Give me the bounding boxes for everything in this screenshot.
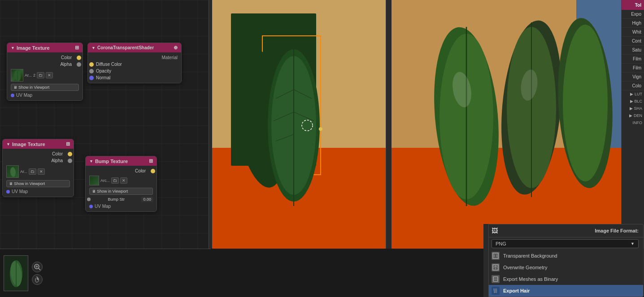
panel-left-edge <box>483 224 489 297</box>
node-bump-str-row: Bump Str 0.00 <box>89 196 153 203</box>
node-image-texture-1[interactable]: ▼ Image Texture ⊞ Color Alpha Ar... <box>7 43 83 101</box>
node-close-btn-1[interactable]: ✕ <box>46 72 53 78</box>
node-header-corona: ▼ CoronaTransparentShader ⊕ <box>88 43 181 52</box>
node-collapse-1[interactable]: ▼ <box>11 46 15 50</box>
node-corona-shader[interactable]: ▼ CoronaTransparentShader ⊕ Material Dif… <box>87 43 182 83</box>
node-input-diffuse: Diffuse Color <box>91 61 178 68</box>
node-body-2: Color Alpha Ar... 🗀 ✕ 🖥 Show in Viewp <box>3 149 74 197</box>
node-image-texture-2[interactable]: ▼ Image Texture ⊞ Color Alpha Ar... 🗀 <box>2 139 74 197</box>
node-editor: ▼ Image Texture ⊞ Color Alpha Ar... <box>0 0 211 249</box>
node-pattern-icon-1: ⊞ <box>75 45 79 51</box>
img-label-2: Ar... <box>20 169 27 174</box>
export-option-transparent[interactable]: Transparent Background <box>487 250 643 262</box>
panel-section-info[interactable]: INFO <box>622 119 644 126</box>
node-title-1: Image Texture <box>17 45 50 51</box>
panel-item-cont[interactable]: Cont <box>622 37 644 46</box>
node-folder-btn-bump[interactable]: 🗀 <box>111 177 119 184</box>
center-viewport-svg <box>211 0 388 249</box>
panel-ton-header: ToI <box>622 0 644 10</box>
dropdown-arrow-icon: ▼ <box>631 241 635 246</box>
uv-map-row-2: UV Map <box>6 188 70 195</box>
node-pattern-icon-2: ⊞ <box>66 141 70 147</box>
ton-label: ToI <box>635 3 641 8</box>
panel-item-satu[interactable]: Satu <box>622 46 644 55</box>
node-collapse-corona[interactable]: ▼ <box>91 46 96 50</box>
panel-section-sha[interactable]: ▶ SHA <box>622 105 644 112</box>
node-thumbnail-bump <box>89 176 99 185</box>
socket-alpha-out-1 <box>77 62 81 67</box>
thumb-hand-btn[interactable] <box>32 274 43 285</box>
socket-color-out-1 <box>77 56 81 60</box>
panel-item-film2[interactable]: Film <box>622 64 644 73</box>
socket-uv-2 <box>6 190 10 194</box>
node-folder-btn-2[interactable]: 🗀 <box>29 168 36 175</box>
node-folder-btn-1[interactable]: 🗀 <box>37 72 44 78</box>
center-viewport[interactable] <box>211 0 388 249</box>
node-output-alpha-1: Alpha <box>11 61 79 68</box>
corona-icon: ⊕ <box>174 45 178 51</box>
panel-item-vign[interactable]: Vign <box>622 73 644 82</box>
monitor-icon-bump: 🖥 <box>92 189 96 194</box>
socket-opacity-in <box>89 69 94 73</box>
node-header-1: ▼ Image Texture ⊞ <box>7 43 83 52</box>
panel-item-expo[interactable]: Expo <box>622 10 644 19</box>
export-panel-header: 🖼 Image File Format: <box>487 224 643 237</box>
overwrite-geometry-icon <box>492 263 500 271</box>
panel-item-high[interactable]: High <box>622 19 644 28</box>
export-hair-icon <box>492 287 500 295</box>
node-close-btn-bump[interactable]: ✕ <box>120 177 127 184</box>
svg-point-28 <box>319 127 322 131</box>
node-input-opacity: Opacity <box>91 68 178 74</box>
node-output-alpha-2: Alpha <box>6 157 70 164</box>
socket-normal-in <box>89 76 94 80</box>
node-header-bump: ▼ Bump Texture ⊞ <box>86 156 157 166</box>
monitor-icon-1: 🖥 <box>13 85 17 90</box>
show-viewport-btn-bump[interactable]: 🖥 Show in Viewport <box>89 188 153 195</box>
material-preview-thumb <box>4 255 28 291</box>
node-title-2: Image Texture <box>12 142 45 147</box>
svg-point-39 <box>563 25 608 181</box>
right-viewport[interactable] <box>388 0 621 249</box>
svg-rect-43 <box>493 253 498 258</box>
node-thumbnail-1 <box>11 69 23 82</box>
node-header-2: ▼ Image Texture ⊞ <box>3 139 74 149</box>
export-panel: 🖼 Image File Format: PNG ▼ Transparent B… <box>487 224 644 297</box>
node-body-1: Color Alpha Ar... 2 🗀 ✕ � <box>7 52 83 100</box>
right-viewport-svg <box>388 0 621 249</box>
node-body-corona: Material Diffuse Color Opacity Normal <box>88 52 181 83</box>
monitor-icon-2: 🖥 <box>9 181 13 186</box>
export-option-overwrite[interactable]: Overwrite Geometry <box>487 262 643 273</box>
img-label-1: Ar... <box>25 73 32 77</box>
export-option-hair[interactable]: Export Hair <box>487 285 643 297</box>
show-viewport-btn-1[interactable]: 🖥 Show in Viewport <box>11 84 79 91</box>
socket-alpha-out-2 <box>68 159 72 163</box>
socket-uv-bump <box>89 205 93 208</box>
socket-uv-1 <box>11 94 14 97</box>
thumb-zoom-btn[interactable] <box>32 262 43 272</box>
export-meshes-icon <box>492 275 500 283</box>
panel-section-den[interactable]: ▶ DEN <box>622 112 644 119</box>
node-output-color-2: Color <box>6 151 70 157</box>
svg-line-8 <box>39 268 40 270</box>
panel-item-whit[interactable]: Whit <box>622 28 644 37</box>
panel-item-colo[interactable]: Colo <box>622 82 644 90</box>
node-collapse-2[interactable]: ▼ <box>6 142 10 146</box>
viewport-right-border <box>386 0 389 249</box>
socket-diffuse-in <box>89 62 94 67</box>
panel-section-lut[interactable]: ▶ LUT <box>622 90 644 98</box>
node-close-btn-2[interactable]: ✕ <box>38 168 45 175</box>
node-title-bump: Bump Texture <box>95 159 128 164</box>
transparent-bg-icon <box>492 252 500 260</box>
node-collapse-bump[interactable]: ▼ <box>89 159 93 164</box>
show-viewport-btn-2[interactable]: 🖥 Show in Viewport <box>6 180 70 187</box>
svg-point-2 <box>10 167 16 177</box>
format-dropdown[interactable]: PNG ▼ <box>492 239 639 248</box>
panel-item-film1[interactable]: Film <box>622 55 644 64</box>
node-bump-texture[interactable]: ▼ Bump Texture ⊞ Color Arc... 🗀 ✕ 🖥 Show… <box>85 156 157 212</box>
export-option-meshes-binary[interactable]: Export Meshes as Binary <box>487 273 643 285</box>
corona-material-label: Material <box>91 54 178 61</box>
node-output-color-1: Color <box>11 54 79 61</box>
node-title-corona: CoronaTransparentShader <box>97 45 154 50</box>
img-num-1: 2 <box>33 73 35 77</box>
panel-section-blc[interactable]: ▶ BLC <box>622 98 644 105</box>
